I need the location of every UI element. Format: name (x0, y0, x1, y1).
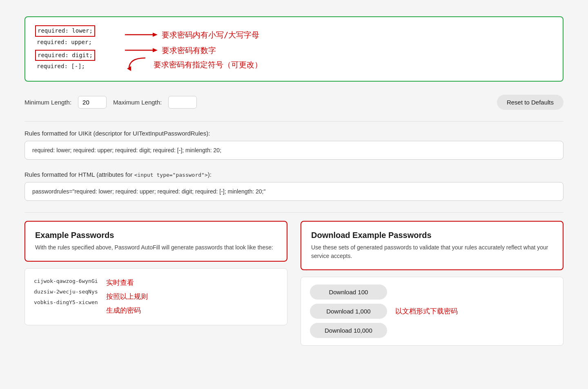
download-inner: Download 100 Download 1,000 Download 10,… (310, 285, 554, 338)
download-buttons: Download 100 Download 1,000 Download 10,… (310, 285, 387, 338)
html-rules-section: Rules formatted for HTML (attributes for… (24, 171, 564, 201)
label-digit: 要求密码有数字 (162, 44, 216, 57)
password-item-2: duzsiw-2wecju-seqNys (34, 287, 98, 297)
reset-to-defaults-button[interactable]: Reset to Defaults (497, 95, 564, 110)
html-label: Rules formatted for HTML (attributes for… (24, 171, 564, 178)
code-line-symbol: required: [-]; (35, 62, 87, 71)
max-length-input[interactable] (168, 96, 197, 109)
example-passwords-title: Example Passwords (35, 231, 277, 240)
code-line-lower: required: lower; (35, 25, 95, 37)
uikit-label: Rules formatted for UIKit (descriptor fo… (24, 130, 564, 137)
arrow-down-left-icon (125, 56, 149, 73)
realtime-label: 实时查看 按照以上规则 生成的密码 (106, 276, 148, 318)
example-passwords-description: With the rules specified above, Password… (35, 243, 277, 252)
password-list-inner: cijwok-qawzog-6wynGi duzsiw-2wecju-seqNy… (34, 276, 278, 318)
uikit-rules-section: Rules formatted for UIKit (descriptor fo… (24, 130, 564, 160)
download-passwords-description: Use these sets of generated passwords to… (311, 243, 553, 260)
password-list-box: cijwok-qawzog-6wynGi duzsiw-2wecju-seqNy… (24, 268, 287, 325)
code-block: required: lower; required: upper; requir… (35, 25, 553, 73)
download-100-button[interactable]: Download 100 (310, 285, 387, 300)
arrow-right-2-icon (125, 46, 158, 54)
divider-1 (24, 121, 564, 122)
min-length-input[interactable] (78, 96, 107, 109)
arrow-right-1-icon (125, 31, 158, 39)
svg-marker-1 (153, 33, 158, 37)
length-row: Minimum Length: Maximum Length: Reset to… (24, 95, 564, 110)
annotation-box: required: lower; required: upper; requir… (24, 16, 564, 82)
label-symbol: 要求密码有指定符号（可更改） (154, 58, 262, 71)
password-item-3: vobkis-dingY5-xicwen (34, 297, 98, 308)
password-item-1: cijwok-qawzog-6wynGi (34, 276, 98, 287)
code-line-digit: required: digit; (35, 50, 95, 61)
uikit-value: required: lower; required: upper; requir… (24, 141, 564, 160)
divider-2 (24, 212, 564, 213)
download-1000-button[interactable]: Download 1,000 (310, 304, 387, 319)
label-lower-upper: 要求密码内有小写/大写字母 (162, 28, 259, 41)
download-box: Download 100 Download 1,000 Download 10,… (301, 277, 564, 346)
html-value: passwordrules="required: lower; required… (24, 182, 564, 201)
download-10000-button[interactable]: Download 10,000 (310, 323, 387, 338)
download-passwords-col: Download Example Passwords Use these set… (301, 221, 564, 346)
download-passwords-box: Download Example Passwords Use these set… (301, 221, 564, 270)
password-items: cijwok-qawzog-6wynGi duzsiw-2wecju-seqNy… (34, 276, 98, 308)
code-line-upper: required: upper; (35, 38, 94, 47)
example-passwords-col: Example Passwords With the rules specifi… (24, 221, 287, 346)
min-length-label: Minimum Length: (24, 99, 71, 106)
two-col-headers: Example Passwords With the rules specifi… (24, 221, 564, 346)
svg-marker-3 (153, 48, 158, 52)
download-note: 以文档形式下载密码 (395, 307, 458, 316)
example-passwords-box: Example Passwords With the rules specifi… (24, 221, 287, 262)
max-length-label: Maximum Length: (113, 99, 162, 106)
download-passwords-title: Download Example Passwords (311, 231, 553, 240)
